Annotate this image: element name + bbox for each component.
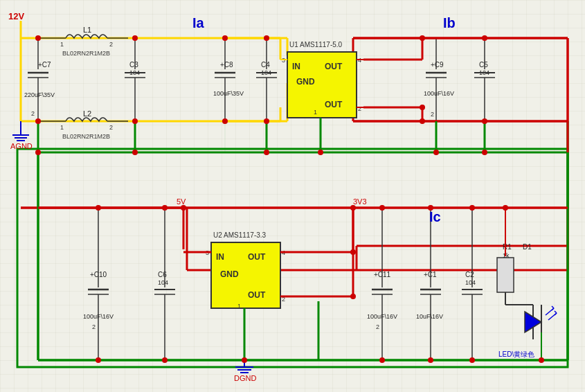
l2-label: L2 xyxy=(83,109,91,118)
svg-text:2: 2 xyxy=(376,323,379,330)
svg-point-193 xyxy=(420,105,425,110)
svg-point-166 xyxy=(35,118,41,124)
c10-val: 100uF\16V xyxy=(83,313,114,320)
svg-point-163 xyxy=(264,35,269,41)
svg-text:1: 1 xyxy=(237,303,241,310)
c8-label: +C8 xyxy=(220,61,233,69)
svg-point-177 xyxy=(482,150,487,155)
u2-in-label: IN xyxy=(216,252,224,262)
svg-point-195 xyxy=(350,294,356,299)
svg-point-171 xyxy=(482,118,487,124)
u2-gnd-label: GND xyxy=(220,269,239,279)
c7-label: +C7 xyxy=(38,61,51,69)
c2-label: C2 xyxy=(465,271,474,278)
svg-point-180 xyxy=(181,205,186,211)
svg-point-181 xyxy=(350,205,356,211)
schematic-canvas: 12V AGND L1 1 2 BL02RN2R1M2B L2 1 2 BL02… xyxy=(0,0,585,392)
svg-point-179 xyxy=(162,205,168,211)
section-ia-label: Ia xyxy=(192,15,205,30)
u1-in-label: IN xyxy=(292,62,300,71)
c5-label: C5 xyxy=(479,61,488,69)
led-label: LED\黄绿色 xyxy=(498,350,534,358)
svg-point-173 xyxy=(132,150,138,155)
c8-val: 100uF\35V xyxy=(213,90,244,97)
c7-val: 220uF\35V xyxy=(24,91,55,98)
svg-point-185 xyxy=(503,205,508,211)
svg-point-164 xyxy=(420,35,425,41)
svg-point-178 xyxy=(96,205,101,211)
voltage-5v-label: 5V xyxy=(177,197,186,206)
svg-point-168 xyxy=(222,118,228,124)
svg-point-162 xyxy=(222,35,228,41)
u1-out2-label: OUT xyxy=(325,100,343,109)
svg-point-192 xyxy=(539,357,544,363)
svg-point-165 xyxy=(482,35,487,41)
svg-point-167 xyxy=(132,118,138,124)
l1-label: L1 xyxy=(83,26,91,34)
dgnd-label: DGND xyxy=(234,374,256,382)
u1-name: U1 AMS1117-5.0 xyxy=(289,41,343,48)
svg-text:2: 2 xyxy=(109,124,113,131)
u1-out1-label: OUT xyxy=(325,62,343,71)
u2-out1-label: OUT xyxy=(248,252,266,262)
c2-val: 104 xyxy=(465,279,476,286)
svg-point-183 xyxy=(428,205,433,211)
svg-text:2: 2 xyxy=(109,41,113,48)
c6-label: C6 xyxy=(158,271,167,278)
svg-point-187 xyxy=(162,357,168,363)
svg-point-182 xyxy=(379,205,385,211)
c9-val: 100uF\16V xyxy=(424,90,454,97)
svg-text:2: 2 xyxy=(431,111,434,118)
agnd-label: AGND xyxy=(10,142,33,150)
svg-point-189 xyxy=(379,357,385,363)
r1-label: R1 xyxy=(503,243,512,251)
svg-text:1: 1 xyxy=(314,109,317,116)
voltage-12v-label: 12V xyxy=(8,11,24,21)
svg-text:2: 2 xyxy=(31,110,35,117)
c11-val: 100uF\16V xyxy=(367,313,397,320)
svg-point-186 xyxy=(96,357,101,363)
svg-point-188 xyxy=(242,357,247,363)
svg-point-161 xyxy=(132,35,138,41)
svg-point-160 xyxy=(35,35,41,41)
c9-label: +C9 xyxy=(431,61,444,69)
u1-gnd-label: GND xyxy=(296,77,315,87)
svg-point-191 xyxy=(469,357,475,363)
c4-label: C4 xyxy=(261,61,270,69)
bl2-label: BL02RN2R1M2B xyxy=(62,133,110,140)
svg-point-176 xyxy=(433,150,439,155)
c6-val: 104 xyxy=(158,279,168,286)
voltage-3v3-label: 3V3 xyxy=(353,197,367,206)
svg-point-175 xyxy=(318,150,323,155)
svg-point-184 xyxy=(469,205,475,211)
bl1-label: BL02RN2R1M2B xyxy=(62,50,110,57)
svg-point-170 xyxy=(420,118,425,124)
svg-rect-141 xyxy=(497,258,514,292)
c1-val: 10uF\16V xyxy=(416,313,443,320)
section-ib-label: Ib xyxy=(443,15,456,30)
svg-text:2: 2 xyxy=(358,105,361,112)
svg-point-169 xyxy=(264,118,269,124)
svg-point-194 xyxy=(350,249,356,255)
svg-text:1: 1 xyxy=(60,41,64,48)
svg-point-174 xyxy=(264,150,269,155)
u2-name: U2 AMS1117-3.3 xyxy=(213,231,267,239)
svg-point-172 xyxy=(35,150,41,155)
d1-label: D1 xyxy=(523,243,532,251)
svg-point-190 xyxy=(428,357,433,363)
section-ic-label: Ic xyxy=(429,209,441,224)
c3-label: C3 xyxy=(129,61,138,69)
u2-out2-label: OUT xyxy=(248,290,266,300)
svg-text:1: 1 xyxy=(60,124,64,131)
svg-text:2: 2 xyxy=(92,323,96,330)
